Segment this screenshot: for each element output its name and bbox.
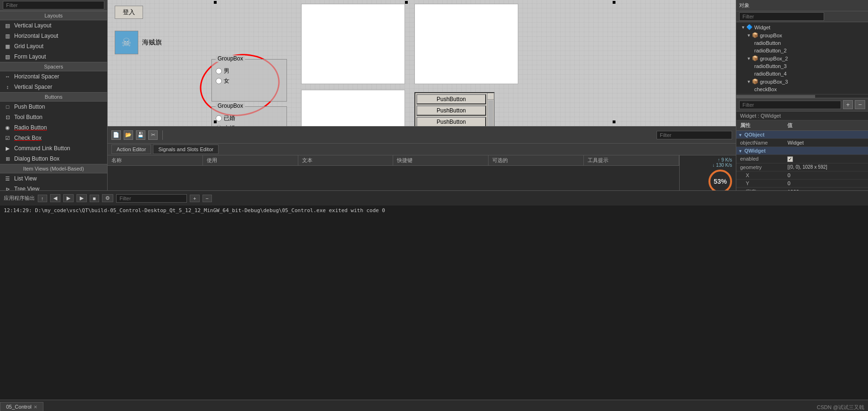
- tree-widget[interactable]: ▼ 🔷 Widget: [737, 23, 867, 31]
- selection-handle-ml: [214, 120, 217, 123]
- selection-handle-tl: [214, 1, 217, 4]
- action-table: 名称 使用 文本 快捷键 可选的 工具提示: [108, 155, 679, 190]
- tab-close-icon[interactable]: ✕: [34, 404, 37, 410]
- output-filter-input[interactable]: [116, 194, 187, 203]
- prop-add-button[interactable]: +: [843, 100, 853, 109]
- action-editor-header: Action Editor Signals and Slots Editor: [108, 144, 736, 155]
- prop-filter-bar: + −: [736, 98, 868, 111]
- prop-enabled-value[interactable]: ✓: [784, 155, 868, 163]
- horizontal-spacer-icon: ↔: [4, 73, 11, 80]
- sidebar-item-tool-button[interactable]: ⊡ Tool Button: [0, 112, 107, 122]
- prop-y-value[interactable]: 0: [784, 179, 868, 187]
- pushbutton-2[interactable]: PushButton: [416, 105, 486, 116]
- form-layout-icon: ▧: [4, 53, 11, 60]
- prop-objectname-value[interactable]: Widget: [784, 139, 868, 147]
- toolbar-separator: [162, 130, 163, 140]
- tab-05-control[interactable]: 05_Control ✕: [0, 402, 43, 411]
- sidebar-item-vertical-layout[interactable]: ▤ Vertical Layout: [0, 20, 107, 31]
- prop-width-key: 宽度: [736, 187, 784, 190]
- signals-slots-tab[interactable]: Signals and Slots Editor: [153, 145, 219, 154]
- tree-checkbox[interactable]: checkBox: [737, 86, 867, 93]
- top-area: Layouts ▤ Vertical Layout ▥ Horizontal L…: [0, 0, 868, 190]
- sidebar-item-command-link-button[interactable]: ▶ Command Link Button: [0, 143, 107, 154]
- output-settings-btn[interactable]: ⚙: [102, 194, 113, 202]
- prop-width: 宽度 1028: [736, 187, 868, 190]
- sidebar-item-horizontal-layout[interactable]: ▥ Horizontal Layout: [0, 31, 107, 41]
- prop-remove-button[interactable]: −: [855, 100, 865, 109]
- right-filter-input[interactable]: [739, 12, 824, 21]
- sidebar-item-list-view[interactable]: ☰ List View: [0, 173, 107, 184]
- pushbutton-scrollbar[interactable]: ▲ ▼: [487, 93, 494, 126]
- tree-radiobutton-2[interactable]: radioButton_2: [737, 47, 867, 54]
- output-play-btn[interactable]: ▶: [76, 194, 87, 202]
- tree-groupbox[interactable]: ▼ 📦 groupBox: [737, 31, 867, 39]
- left-filter-input[interactable]: [3, 1, 104, 9]
- sidebar-item-check-box[interactable]: ☑ Check Box: [0, 133, 107, 143]
- pushbutton-1[interactable]: PushButton: [416, 94, 486, 104]
- tree-groupbox-2[interactable]: ▼ 📦 groupBox_2: [737, 54, 867, 62]
- prop-objectname: objectName Widget: [736, 139, 868, 147]
- radio-male[interactable]: 男: [216, 67, 283, 75]
- section-item-views: Item Views (Model-Based): [0, 164, 107, 173]
- qobject-expand-icon: ▼: [738, 133, 742, 137]
- output-btn-1[interactable]: ↑: [38, 195, 47, 202]
- action-editor-tab[interactable]: Action Editor: [111, 145, 151, 154]
- tree-radiobutton-3[interactable]: radioButton_3: [737, 62, 867, 70]
- radio-female[interactable]: 女: [216, 77, 283, 85]
- text-area-top-right: [414, 4, 518, 84]
- prop-y-key: Y: [736, 179, 784, 187]
- push-button-label: Push Button: [14, 103, 45, 110]
- selection-handle-mr: [613, 120, 615, 123]
- scroll-up-btn[interactable]: ▲: [488, 93, 494, 100]
- groupbox2-class-icon: 📦: [752, 55, 758, 61]
- sidebar-item-tree-view[interactable]: ⊳ Tree View: [0, 184, 107, 190]
- pushbutton-3[interactable]: PushButton: [416, 117, 486, 126]
- prop-x-value[interactable]: 0: [784, 171, 868, 179]
- output-btn-next[interactable]: ▶: [63, 194, 74, 202]
- toolbar-open-icon[interactable]: 📂: [124, 130, 133, 140]
- radio-married[interactable]: 已婚: [216, 114, 283, 122]
- toolbar-save-icon[interactable]: 💾: [136, 130, 145, 140]
- prop-col-value: 值: [784, 120, 868, 131]
- text-area-top-left: [301, 4, 405, 84]
- right-panel: 对象 ▼ 🔷 Widget ▼ 📦 groupBox: [736, 0, 868, 190]
- left-panel: Layouts ▤ Vertical Layout ▥ Horizontal L…: [0, 0, 108, 190]
- prop-geometry-value[interactable]: [(0, 0), 1028 x 592]: [784, 163, 868, 171]
- output-btn-prev[interactable]: ◀: [50, 194, 60, 202]
- enabled-checkbox[interactable]: ✓: [787, 156, 793, 162]
- sidebar-item-horizontal-spacer[interactable]: ↔ Horizontal Spacer: [0, 71, 107, 82]
- vertical-layout-icon: ▤: [4, 22, 11, 29]
- designer-area: 登入 ☠ 海贼旗 GroupBox 男 女: [108, 0, 736, 126]
- prop-filter-input[interactable]: [739, 101, 841, 109]
- command-link-label: Command Link Button: [14, 145, 70, 152]
- login-button[interactable]: 登入: [115, 6, 143, 19]
- output-stop-btn[interactable]: ■: [90, 195, 100, 202]
- check-box-label: Check Box: [14, 135, 42, 141]
- col-text: 文本: [298, 155, 394, 165]
- toolbar-new-icon[interactable]: 📄: [111, 130, 121, 140]
- sidebar-item-grid-layout[interactable]: ▦ Grid Layout: [0, 41, 107, 51]
- sidebar-item-form-layout[interactable]: ▧ Form Layout: [0, 51, 107, 62]
- vertical-spacer-label: Vertical Spacer: [14, 84, 52, 90]
- radio-single[interactable]: 未婚: [216, 124, 283, 126]
- scroll-thumb: [488, 100, 493, 126]
- sidebar-item-radio-button[interactable]: ◉ Radio Button: [0, 122, 107, 133]
- horizontal-spacer-label: Horizontal Spacer: [14, 73, 59, 80]
- console-area: 12:14:29: D:\my_code\vsc\QT\build-05_Con…: [0, 206, 868, 400]
- toolbar-cut-icon[interactable]: ✂: [148, 130, 158, 140]
- sidebar-item-vertical-spacer[interactable]: ↕ Vertical Spacer: [0, 82, 107, 92]
- tree-radiobutton-4[interactable]: radioButton_4: [737, 70, 867, 77]
- expand-groupbox3-icon: ▼: [747, 79, 751, 84]
- sidebar-item-push-button[interactable]: □ Push Button: [0, 102, 107, 112]
- tree-hscroll-thumb[interactable]: [736, 95, 815, 98]
- bottom-filter-input[interactable]: [657, 131, 732, 139]
- tree-groupbox-3[interactable]: ▼ 📦 groupBox_3: [737, 77, 867, 86]
- sidebar-item-dialog-button-box[interactable]: ⊞ Dialog Button Box: [0, 154, 107, 164]
- output-add-btn[interactable]: +: [190, 195, 199, 202]
- tree-radiobutton[interactable]: radioButton: [737, 39, 867, 47]
- output-remove-btn[interactable]: −: [202, 195, 212, 202]
- groupbox-class-icon: 📦: [752, 32, 758, 38]
- widget-class-icon: 🔷: [746, 24, 753, 30]
- prop-width-value[interactable]: 1028: [784, 187, 868, 190]
- csdn-watermark: CSDN @试试三又戟: [813, 404, 868, 411]
